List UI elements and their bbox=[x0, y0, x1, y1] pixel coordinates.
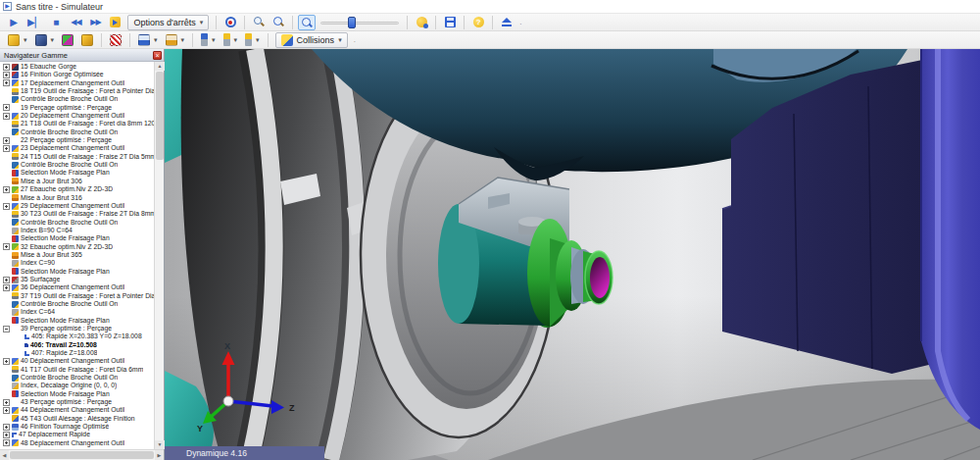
step-back-button[interactable]: ◀◀ bbox=[67, 15, 84, 30]
scroll-left-icon[interactable]: ◀ bbox=[0, 450, 9, 460]
tree-expand-toggle[interactable] bbox=[3, 375, 10, 382]
tree-expand-toggle[interactable] bbox=[3, 235, 10, 242]
scroll-down-icon[interactable]: ▼ bbox=[155, 440, 165, 449]
tree-item[interactable]: 406: Travail Z=10.508 bbox=[2, 341, 154, 349]
tree-expand-toggle[interactable] bbox=[3, 309, 10, 316]
tree-expand-toggle[interactable] bbox=[3, 424, 10, 431]
tree-expand-toggle[interactable] bbox=[3, 96, 10, 103]
tree-item[interactable]: 48 Déplacement Changement Outil bbox=[2, 439, 154, 447]
record-button[interactable] bbox=[221, 15, 239, 30]
tree-item[interactable]: 30 T23 Outil de Fraisage : Fraise 2T Dia… bbox=[2, 210, 154, 218]
tree-expand-toggle[interactable] bbox=[3, 317, 10, 324]
tree-item[interactable]: 41 T17 Outil de Fraisage : Foret Dia 6mm bbox=[2, 366, 154, 374]
tree-expand-toggle[interactable] bbox=[3, 145, 10, 152]
collision-marks-button[interactable] bbox=[107, 32, 124, 48]
tree-item[interactable]: 21 T18 Outil de Fraisage : Foret dia 8mm… bbox=[2, 120, 154, 128]
tree-item[interactable]: 27 Ebauche optim.Niv Z 2D-3D bbox=[2, 185, 154, 193]
tree-expand-toggle[interactable] bbox=[3, 383, 10, 389]
tree-item[interactable]: 22 Perçage optimisé : Perçage bbox=[2, 136, 154, 144]
tree-expand-toggle[interactable] bbox=[3, 366, 10, 373]
reset-simulation-button[interactable] bbox=[106, 15, 123, 30]
tree-item[interactable]: 15 Ebauche Gorge bbox=[2, 63, 154, 71]
tree-item[interactable]: Contrôle Broche Broche Outil On bbox=[2, 95, 154, 103]
tree-expand-toggle[interactable] bbox=[3, 228, 10, 234]
speed-mode-button[interactable] bbox=[298, 15, 316, 30]
tree-item[interactable]: Contrôle Broche Broche Outil On bbox=[2, 374, 154, 382]
speed-slider[interactable] bbox=[320, 17, 399, 28]
scroll-up-icon[interactable]: ▲ bbox=[155, 62, 165, 71]
analysis-chart-dropdown[interactable]: ▾ bbox=[135, 32, 161, 48]
tree-expand-toggle[interactable] bbox=[3, 268, 10, 275]
close-icon[interactable]: × bbox=[153, 51, 162, 60]
zoom-out-button[interactable] bbox=[250, 15, 268, 30]
toolholder-display-dropdown[interactable]: ▾ bbox=[242, 32, 263, 48]
tree-item[interactable]: 47 Déplacement Rapide bbox=[2, 431, 154, 438]
help-button[interactable]: ? bbox=[469, 15, 487, 30]
settings-button[interactable] bbox=[413, 15, 430, 30]
tree-expand-toggle[interactable] bbox=[3, 415, 10, 422]
machine-display-button[interactable] bbox=[78, 32, 96, 48]
tree-item[interactable]: 45 T43 Outil Alésage : Alésage Finition bbox=[2, 415, 154, 423]
stock-display-dropdown[interactable]: ▾ bbox=[5, 32, 30, 48]
slider-thumb[interactable] bbox=[348, 17, 356, 28]
tree-expand-toggle[interactable] bbox=[3, 170, 10, 177]
zoom-in-button[interactable] bbox=[270, 15, 287, 30]
tree-expand-toggle[interactable] bbox=[3, 439, 10, 446]
tree-expand-toggle[interactable] bbox=[3, 178, 10, 184]
tool-display-dropdown[interactable]: ▾ bbox=[198, 32, 219, 48]
tree-expand-toggle[interactable] bbox=[3, 390, 10, 397]
tree-item[interactable]: 39 Perçage optimisé : Perçage bbox=[2, 325, 154, 332]
step-forward-button[interactable]: ▶▶ bbox=[86, 15, 104, 30]
tree-expand-toggle[interactable] bbox=[3, 243, 10, 250]
tree-item[interactable]: Mise à Jour Brut 316 bbox=[2, 194, 154, 202]
tree-expand-toggle[interactable] bbox=[3, 194, 10, 201]
tree-item[interactable]: Index B=90 C=64 bbox=[2, 227, 154, 234]
stop-button[interactable]: ■ bbox=[47, 15, 65, 30]
tree-item[interactable]: 20 Déplacement Changement Outil bbox=[2, 112, 154, 120]
tree-expand-toggle[interactable] bbox=[3, 277, 10, 283]
vertical-scroll-thumb[interactable] bbox=[156, 72, 164, 160]
tree-item[interactable]: Selection Mode Fraisage Plan bbox=[2, 268, 154, 276]
3d-viewport[interactable]: X Y Z bbox=[165, 49, 980, 460]
tree-item[interactable]: 19 Perçage optimisé : Perçage bbox=[2, 104, 154, 112]
tree-item[interactable]: Selection Mode Fraisage Plan bbox=[2, 317, 154, 325]
tree-item[interactable]: Mise à Jour Brut 306 bbox=[2, 178, 154, 185]
tree-expand-toggle[interactable] bbox=[16, 350, 23, 357]
tree-expand-toggle[interactable] bbox=[3, 301, 10, 308]
tree-expand-toggle[interactable] bbox=[3, 358, 10, 365]
tree-item[interactable]: 46 Finition Tournage Optimisé bbox=[2, 423, 154, 431]
tree-expand-toggle[interactable] bbox=[3, 326, 10, 332]
tree-expand-toggle[interactable] bbox=[3, 292, 10, 299]
tree-expand-toggle[interactable] bbox=[3, 219, 10, 226]
tree-item[interactable]: 40 Déplacement Changement Outil bbox=[2, 357, 154, 365]
tree-item[interactable]: 405: Rapide X=20.383 Y=0 Z=18.008 bbox=[2, 332, 154, 340]
operation-tree[interactable]: 15 Ebauche Gorge 16 Finition Gorge Optim… bbox=[0, 62, 154, 449]
tree-item[interactable]: Contrôle Broche Broche Outil On bbox=[2, 219, 154, 227]
stop-options-dropdown[interactable]: Options d'arrêts ▾ bbox=[127, 15, 209, 30]
part-colors-button[interactable] bbox=[59, 32, 76, 48]
play-button[interactable]: ▶ bbox=[5, 15, 23, 30]
tree-item[interactable]: 35 Surfaçage bbox=[2, 276, 154, 283]
tree-expand-toggle[interactable] bbox=[3, 211, 10, 218]
tree-item[interactable]: Mise à Jour Brut 365 bbox=[2, 251, 154, 259]
tree-item[interactable]: 407: Rapide Z=18.008 bbox=[2, 349, 154, 357]
tree-expand-toggle[interactable] bbox=[3, 72, 10, 78]
eject-button[interactable] bbox=[498, 15, 515, 30]
tree-item[interactable]: Selection Mode Fraisage Plan bbox=[2, 234, 154, 242]
slider-track[interactable] bbox=[320, 22, 399, 25]
tree-expand-toggle[interactable] bbox=[3, 64, 10, 71]
tree-vertical-scrollbar[interactable]: ▲ ▼ bbox=[154, 62, 164, 449]
tree-horizontal-scrollbar[interactable]: ◀ ▶ bbox=[0, 449, 164, 460]
tree-expand-toggle[interactable] bbox=[16, 341, 23, 348]
measure-chart-dropdown[interactable]: ▾ bbox=[163, 32, 188, 48]
tree-item[interactable]: Index, Décalage Origine (0, 0, 0) bbox=[2, 382, 154, 389]
tree-expand-toggle[interactable] bbox=[3, 399, 10, 406]
tree-item[interactable]: 18 T19 Outil de Fraisage : Foret à Point… bbox=[2, 87, 154, 95]
tree-expand-toggle[interactable] bbox=[16, 333, 23, 340]
tree-expand-toggle[interactable] bbox=[3, 104, 10, 111]
scroll-right-icon[interactable]: ▶ bbox=[155, 450, 164, 460]
tree-expand-toggle[interactable] bbox=[3, 203, 10, 210]
tree-item[interactable]: Selection Mode Fraisage Plan bbox=[2, 390, 154, 398]
tree-item[interactable]: 44 Déplacement Changement Outil bbox=[2, 406, 154, 414]
tree-expand-toggle[interactable] bbox=[3, 79, 10, 86]
